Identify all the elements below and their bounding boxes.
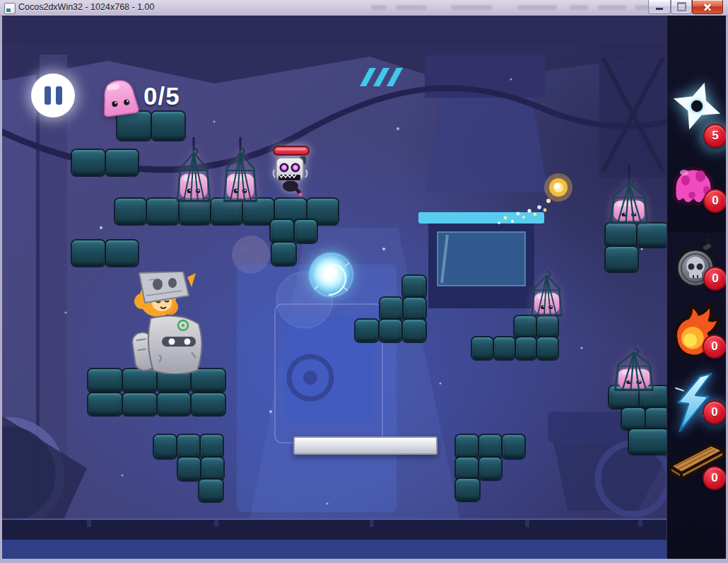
sidebar-item-skull-bomb[interactable]: 0 <box>673 236 720 291</box>
caged-jelly <box>172 147 216 205</box>
block <box>72 240 105 266</box>
block <box>456 479 479 501</box>
block <box>201 458 223 480</box>
platform-blocks <box>606 224 668 247</box>
platform-blocks <box>380 298 425 320</box>
enemy-skull-robot <box>271 146 311 197</box>
sidebar-item-lightning[interactable]: 0 <box>670 372 715 433</box>
platform-blocks <box>154 435 223 458</box>
block <box>88 393 122 416</box>
count-badge: 0 <box>703 335 726 359</box>
platform-blocks <box>456 479 479 501</box>
app-icon <box>4 3 16 14</box>
close-button[interactable] <box>692 0 723 14</box>
block <box>272 243 295 265</box>
block <box>154 435 176 458</box>
item-sidebar: 5 0 <box>667 16 726 559</box>
platform-blocks <box>629 429 668 454</box>
minimize-icon <box>656 8 663 10</box>
block <box>479 435 501 458</box>
minimize-button[interactable] <box>648 0 671 14</box>
window-controls <box>648 0 723 14</box>
platform-blocks <box>456 435 524 458</box>
pause-icon <box>45 86 51 105</box>
block <box>479 458 501 480</box>
sidebar-item-fireball[interactable]: 0 <box>670 297 721 356</box>
close-icon <box>703 3 712 11</box>
block <box>115 199 146 224</box>
platform-blocks <box>403 276 425 298</box>
game-scene[interactable]: 0/5 5 0 <box>2 16 726 559</box>
jelly-counter-icon <box>98 74 141 120</box>
sidebar-item-shuriken[interactable]: 5 <box>671 78 722 134</box>
block <box>201 435 223 458</box>
block <box>515 316 536 338</box>
caged-jelly <box>604 178 654 226</box>
block <box>199 480 223 501</box>
platform-blocks <box>622 408 669 429</box>
maximize-icon <box>677 2 686 11</box>
block <box>380 320 402 342</box>
platform-blocks <box>72 150 138 175</box>
platform-blocks <box>606 247 638 272</box>
block <box>123 393 156 416</box>
caged-jelly <box>218 147 262 205</box>
block <box>177 435 199 458</box>
block <box>629 429 668 454</box>
block <box>271 220 293 243</box>
spiral-energy-orb <box>308 252 355 298</box>
block <box>606 224 636 247</box>
block <box>494 337 515 359</box>
window-title: Cocos2dxWin32 - 1024x768 - 1.00 <box>18 2 154 12</box>
count-badge: 0 <box>703 267 726 291</box>
count-badge: 5 <box>703 124 726 148</box>
platform-blocks <box>472 337 558 359</box>
block <box>472 337 493 359</box>
app-window: Cocos2dxWin32 - 1024x768 - 1.00 <box>0 0 728 563</box>
platform-blocks <box>515 316 558 338</box>
platform-blocks <box>88 369 225 415</box>
block <box>403 276 425 298</box>
block <box>295 220 317 243</box>
block <box>622 408 645 429</box>
platform-blocks <box>271 220 317 243</box>
block <box>606 247 638 272</box>
caged-jelly <box>527 271 567 319</box>
stone-golem <box>131 315 202 374</box>
platform-blocks <box>199 480 223 501</box>
titlebar[interactable]: Cocos2dxWin32 - 1024x768 - 1.00 <box>0 0 728 16</box>
block <box>88 369 122 392</box>
caged-jelly <box>609 348 659 393</box>
platform-blocks <box>178 458 223 480</box>
platform-blocks <box>272 243 295 265</box>
platform-blocks <box>456 458 501 480</box>
block <box>356 320 378 342</box>
block <box>192 393 225 416</box>
block <box>516 337 536 359</box>
platform-blocks <box>356 320 425 342</box>
enemy-health-bar <box>274 146 309 155</box>
block <box>106 150 139 175</box>
cat-rider <box>134 272 196 317</box>
block <box>158 393 191 416</box>
block <box>403 320 425 342</box>
block <box>152 112 185 140</box>
block <box>537 316 558 338</box>
sidebar-item-wood-plank[interactable]: 0 <box>666 437 726 484</box>
count-badge: 0 <box>703 400 726 424</box>
platform-blocks <box>72 240 138 266</box>
sidebar-item-pink-jelly[interactable]: 0 <box>670 160 717 214</box>
block <box>537 337 558 359</box>
block <box>404 298 425 320</box>
block <box>456 458 478 480</box>
pause-button[interactable] <box>31 74 75 117</box>
block <box>646 408 669 429</box>
count-badge: 0 <box>703 189 726 213</box>
silver-moving-platform <box>293 436 438 455</box>
block <box>106 240 139 266</box>
player-cat-on-golem <box>121 272 206 374</box>
count-badge: 0 <box>703 466 726 490</box>
block <box>72 150 105 175</box>
maximize-button[interactable] <box>671 0 692 14</box>
block <box>456 435 478 458</box>
